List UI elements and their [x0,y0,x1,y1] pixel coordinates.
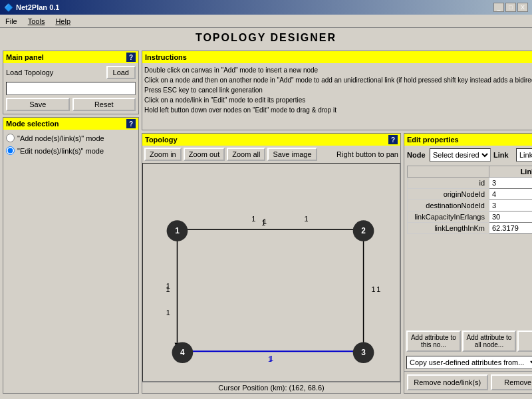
attr-name: id [408,178,489,189]
node-3-label: 3 [361,348,366,357]
table-row: linkCapacityInErlangs30 [408,211,533,223]
window-controls[interactable]: _ □ X [493,3,528,12]
remove-attr-button[interactable]: Remove attribute [517,331,532,352]
load-button[interactable]: Load [106,66,136,79]
save-button[interactable]: Save [6,98,70,111]
app-title: TOPOLOGY DESIGNER [0,28,532,48]
top-right: Instructions ? Double click on canvas in… [142,51,532,130]
attr-value: 3 [489,178,533,189]
node-label: Node [407,151,427,159]
topology-path-input[interactable] [6,82,136,95]
canvas-area[interactable]: 1 1 1 1 1 [142,163,400,382]
lbl-left-1: 1 [166,282,170,290]
table-row: destinationNodeId3 [408,200,533,211]
main-panel: Main panel ? Load Topology Load Save Res… [3,51,139,114]
instruction-line-1: Double click on canvas in "Add" mode to … [144,65,532,75]
edit-mode-row: "Edit node(s)/link(s)" mode [6,146,136,155]
bottom-split: Topology ? Zoom in Zoom out Zoom all Sav… [142,133,532,394]
zoom-all-button[interactable]: Zoom all [227,148,265,161]
add-attr-all-button[interactable]: Add attribute to all node... [462,331,517,352]
link-label-2-3: 1 [371,285,375,293]
load-row: Load Topology Load [6,66,136,79]
link-label: Link [493,151,513,159]
mode-panel-title: Mode selection [6,120,59,128]
close-button[interactable]: X [517,3,528,12]
main-content: Main panel ? Load Topology Load Save Res… [0,48,532,396]
copy-combo[interactable]: Copy user-defined attributes from... [406,356,532,369]
mode-panel-help[interactable]: ? [126,119,136,128]
link-select[interactable]: Link 3 [4->3] [516,148,532,162]
instructions-content: Double click on canvas in "Add" mode to … [142,63,532,130]
topology-header: Topology ? [142,134,400,146]
attributes-table: Link3 id3originNodeId4destinationNodeId3… [407,166,532,234]
instructions-panel: Instructions ? Double click on canvas in… [142,51,532,130]
attr-name: linkLengthInKm [408,223,489,234]
instructions-scroll-area: Double click on canvas in "Add" mode to … [142,63,532,130]
instructions-title: Instructions [145,53,187,61]
remove-all-links-button[interactable]: Remove all links [491,374,533,390]
zoom-in-button[interactable]: Zoom in [144,148,182,161]
node-2-label: 2 [361,226,366,235]
topology-svg: 1 1 1 1 1 [143,164,400,381]
minimize-button[interactable]: _ [493,3,504,12]
add-mode-radio[interactable] [6,134,15,142]
table-header: Link3 [489,166,533,178]
main-panel-header: Main panel ? [3,51,138,63]
attr-value: 3 [489,200,533,211]
attr-value: 62.3179 [489,223,533,234]
add-attr-node-button[interactable]: Add attribute to this no... [406,331,461,352]
remove-node-link-button[interactable]: Remove node/link(s) [407,374,488,390]
attr-value: 4 [489,189,533,200]
table-row: id3 [408,178,533,189]
instructions-header: Instructions ? [142,51,532,63]
title-bar: 🔷 Net2Plan 0.1 _ □ X [0,0,532,15]
bottom-btn-row: Remove node/link(s) Remove all links [404,371,532,393]
zoom-out-button[interactable]: Zoom out [184,148,225,161]
main-panel-help[interactable]: ? [126,53,136,62]
attr-btn-row: Add attribute to this no... Add attribut… [404,329,532,354]
topology-panel: Topology ? Zoom in Zoom out Zoom all Sav… [142,133,401,394]
main-panel-content: Load Topology Load Save Reset [3,63,138,114]
right-btn-label: Right button to pan [336,150,398,158]
load-topology-label: Load Topology [6,68,53,76]
menu-file[interactable]: File [3,17,20,26]
instruction-line-3: Press ESC key to cancel link generation [144,85,532,95]
instruction-line-5: Hold left button down over nodes on "Edi… [144,105,532,115]
node-4-label: 4 [180,348,185,357]
menu-help[interactable]: Help [53,17,73,26]
title-bar-title: 🔷 Net2Plan 0.1 [4,3,59,12]
edit-mode-radio[interactable] [6,146,15,155]
lbl-left-mid: 1 [166,309,170,317]
props-table: Link3 id3originNodeId4destinationNodeId3… [404,164,532,329]
attr-value: 30 [489,211,533,223]
left-column: Main panel ? Load Topology Load Save Res… [3,51,139,394]
mode-panel: Mode selection ? "Add node(s)/link(s)" m… [3,117,139,394]
menu-tools[interactable]: Tools [25,17,48,26]
topology-toolbar: Zoom in Zoom out Zoom all Save image Rig… [142,146,400,163]
lbl-top-link2: 1 [304,215,308,223]
topology-help[interactable]: ? [388,135,398,144]
copy-row: Copy user-defined attributes from... Cop… [404,354,532,371]
node-link-row: Node Select desired Link Link 3 [4->3] [404,146,532,164]
table-row: originNodeId4 [408,189,533,200]
edit-props-panel: Edit properties ? Node Select desired Li… [404,133,532,394]
cursor-position: Cursor Position (km): (162, 68.6) [142,382,400,393]
menu-bar: File Tools Help [0,15,532,28]
reset-button[interactable]: Reset [72,98,136,111]
mode-panel-header: Mode selection ? [3,118,138,130]
node-select[interactable]: Select desired [430,148,491,162]
lbl-top-link: 1 [251,215,255,223]
link-label-12b: 1 [261,219,265,227]
edit-props-title: Edit properties [407,136,459,144]
app-icon: 🔷 [4,3,13,12]
attr-name: originNodeId [408,189,489,200]
mode-panel-content: "Add node(s)/link(s)" mode "Edit node(s)… [3,130,138,159]
add-mode-label: "Add node(s)/link(s)" mode [17,134,104,142]
edit-props-header: Edit properties ? [404,134,532,146]
save-image-button[interactable]: Save image [267,148,317,161]
attr-name: destinationNodeId [408,200,489,211]
lbl-bottom-1: 1 [268,355,272,363]
maximize-button[interactable]: □ [505,3,516,12]
instruction-line-2: Click on a node and then on another node… [144,75,532,85]
lbl-right-1: 1 [376,285,380,293]
